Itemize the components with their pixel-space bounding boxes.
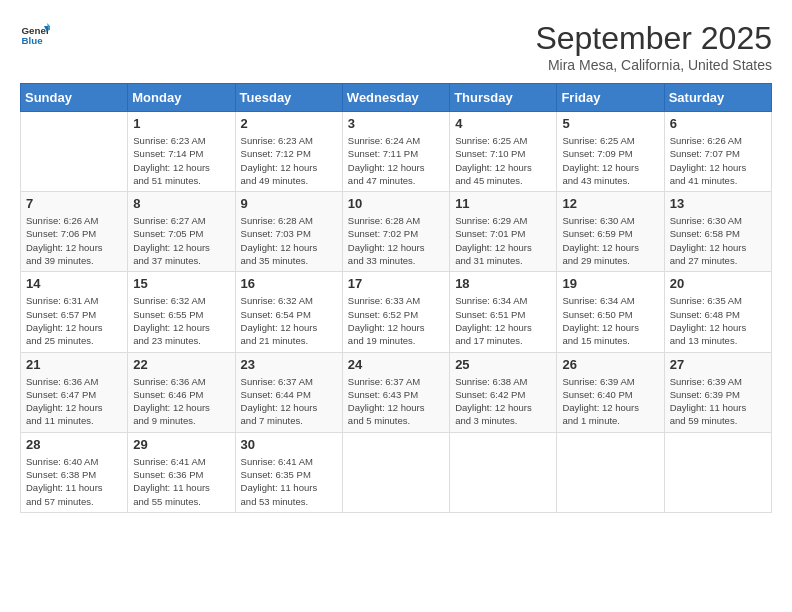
calendar-cell: 15Sunrise: 6:32 AMSunset: 6:55 PMDayligh… (128, 272, 235, 352)
day-info: Sunrise: 6:30 AMSunset: 6:59 PMDaylight:… (562, 214, 658, 267)
day-info: Sunrise: 6:37 AMSunset: 6:43 PMDaylight:… (348, 375, 444, 428)
day-number: 17 (348, 276, 444, 291)
day-info: Sunrise: 6:36 AMSunset: 6:47 PMDaylight:… (26, 375, 122, 428)
calendar-cell: 17Sunrise: 6:33 AMSunset: 6:52 PMDayligh… (342, 272, 449, 352)
day-info: Sunrise: 6:33 AMSunset: 6:52 PMDaylight:… (348, 294, 444, 347)
day-info: Sunrise: 6:39 AMSunset: 6:40 PMDaylight:… (562, 375, 658, 428)
day-number: 25 (455, 357, 551, 372)
calendar-cell: 12Sunrise: 6:30 AMSunset: 6:59 PMDayligh… (557, 192, 664, 272)
calendar-cell: 29Sunrise: 6:41 AMSunset: 6:36 PMDayligh… (128, 432, 235, 512)
weekday-header-tuesday: Tuesday (235, 84, 342, 112)
weekday-header-row: SundayMondayTuesdayWednesdayThursdayFrid… (21, 84, 772, 112)
calendar-cell: 20Sunrise: 6:35 AMSunset: 6:48 PMDayligh… (664, 272, 771, 352)
calendar-week-5: 28Sunrise: 6:40 AMSunset: 6:38 PMDayligh… (21, 432, 772, 512)
calendar-cell: 22Sunrise: 6:36 AMSunset: 6:46 PMDayligh… (128, 352, 235, 432)
day-info: Sunrise: 6:23 AMSunset: 7:14 PMDaylight:… (133, 134, 229, 187)
calendar-cell: 10Sunrise: 6:28 AMSunset: 7:02 PMDayligh… (342, 192, 449, 272)
day-number: 12 (562, 196, 658, 211)
weekday-header-monday: Monday (128, 84, 235, 112)
calendar-cell: 2Sunrise: 6:23 AMSunset: 7:12 PMDaylight… (235, 112, 342, 192)
calendar-cell: 7Sunrise: 6:26 AMSunset: 7:06 PMDaylight… (21, 192, 128, 272)
day-info: Sunrise: 6:31 AMSunset: 6:57 PMDaylight:… (26, 294, 122, 347)
logo-icon: General Blue (20, 20, 50, 50)
calendar-cell: 19Sunrise: 6:34 AMSunset: 6:50 PMDayligh… (557, 272, 664, 352)
calendar-cell: 1Sunrise: 6:23 AMSunset: 7:14 PMDaylight… (128, 112, 235, 192)
day-info: Sunrise: 6:23 AMSunset: 7:12 PMDaylight:… (241, 134, 337, 187)
day-info: Sunrise: 6:38 AMSunset: 6:42 PMDaylight:… (455, 375, 551, 428)
calendar-cell (450, 432, 557, 512)
weekday-header-thursday: Thursday (450, 84, 557, 112)
month-title: September 2025 (535, 20, 772, 57)
day-info: Sunrise: 6:40 AMSunset: 6:38 PMDaylight:… (26, 455, 122, 508)
day-info: Sunrise: 6:41 AMSunset: 6:36 PMDaylight:… (133, 455, 229, 508)
calendar-cell (557, 432, 664, 512)
weekday-header-sunday: Sunday (21, 84, 128, 112)
calendar-cell (342, 432, 449, 512)
day-number: 11 (455, 196, 551, 211)
calendar-cell (664, 432, 771, 512)
calendar-cell: 27Sunrise: 6:39 AMSunset: 6:39 PMDayligh… (664, 352, 771, 432)
day-number: 22 (133, 357, 229, 372)
calendar-cell: 16Sunrise: 6:32 AMSunset: 6:54 PMDayligh… (235, 272, 342, 352)
calendar-cell: 18Sunrise: 6:34 AMSunset: 6:51 PMDayligh… (450, 272, 557, 352)
calendar-week-3: 14Sunrise: 6:31 AMSunset: 6:57 PMDayligh… (21, 272, 772, 352)
day-number: 30 (241, 437, 337, 452)
weekday-header-wednesday: Wednesday (342, 84, 449, 112)
day-info: Sunrise: 6:34 AMSunset: 6:50 PMDaylight:… (562, 294, 658, 347)
day-info: Sunrise: 6:25 AMSunset: 7:09 PMDaylight:… (562, 134, 658, 187)
calendar-week-1: 1Sunrise: 6:23 AMSunset: 7:14 PMDaylight… (21, 112, 772, 192)
calendar-cell: 21Sunrise: 6:36 AMSunset: 6:47 PMDayligh… (21, 352, 128, 432)
day-number: 9 (241, 196, 337, 211)
day-number: 21 (26, 357, 122, 372)
calendar-cell: 3Sunrise: 6:24 AMSunset: 7:11 PMDaylight… (342, 112, 449, 192)
day-info: Sunrise: 6:27 AMSunset: 7:05 PMDaylight:… (133, 214, 229, 267)
calendar-cell: 5Sunrise: 6:25 AMSunset: 7:09 PMDaylight… (557, 112, 664, 192)
day-number: 27 (670, 357, 766, 372)
day-info: Sunrise: 6:24 AMSunset: 7:11 PMDaylight:… (348, 134, 444, 187)
calendar-cell: 13Sunrise: 6:30 AMSunset: 6:58 PMDayligh… (664, 192, 771, 272)
logo: General Blue (20, 20, 50, 50)
title-block: September 2025 Mira Mesa, California, Un… (535, 20, 772, 73)
day-info: Sunrise: 6:41 AMSunset: 6:35 PMDaylight:… (241, 455, 337, 508)
day-number: 16 (241, 276, 337, 291)
day-number: 15 (133, 276, 229, 291)
day-info: Sunrise: 6:26 AMSunset: 7:06 PMDaylight:… (26, 214, 122, 267)
day-number: 2 (241, 116, 337, 131)
day-number: 5 (562, 116, 658, 131)
day-info: Sunrise: 6:35 AMSunset: 6:48 PMDaylight:… (670, 294, 766, 347)
day-number: 18 (455, 276, 551, 291)
calendar-cell: 14Sunrise: 6:31 AMSunset: 6:57 PMDayligh… (21, 272, 128, 352)
calendar-cell (21, 112, 128, 192)
calendar-cell: 6Sunrise: 6:26 AMSunset: 7:07 PMDaylight… (664, 112, 771, 192)
day-info: Sunrise: 6:37 AMSunset: 6:44 PMDaylight:… (241, 375, 337, 428)
svg-text:Blue: Blue (22, 35, 44, 46)
calendar-cell: 28Sunrise: 6:40 AMSunset: 6:38 PMDayligh… (21, 432, 128, 512)
calendar-cell: 24Sunrise: 6:37 AMSunset: 6:43 PMDayligh… (342, 352, 449, 432)
day-info: Sunrise: 6:29 AMSunset: 7:01 PMDaylight:… (455, 214, 551, 267)
day-number: 1 (133, 116, 229, 131)
calendar-table: SundayMondayTuesdayWednesdayThursdayFrid… (20, 83, 772, 513)
day-number: 3 (348, 116, 444, 131)
day-info: Sunrise: 6:30 AMSunset: 6:58 PMDaylight:… (670, 214, 766, 267)
day-number: 7 (26, 196, 122, 211)
location: Mira Mesa, California, United States (535, 57, 772, 73)
day-number: 24 (348, 357, 444, 372)
page-header: General Blue September 2025 Mira Mesa, C… (20, 20, 772, 73)
day-number: 29 (133, 437, 229, 452)
day-number: 23 (241, 357, 337, 372)
day-info: Sunrise: 6:32 AMSunset: 6:55 PMDaylight:… (133, 294, 229, 347)
day-number: 8 (133, 196, 229, 211)
calendar-cell: 8Sunrise: 6:27 AMSunset: 7:05 PMDaylight… (128, 192, 235, 272)
day-number: 10 (348, 196, 444, 211)
calendar-cell: 26Sunrise: 6:39 AMSunset: 6:40 PMDayligh… (557, 352, 664, 432)
day-number: 6 (670, 116, 766, 131)
day-info: Sunrise: 6:26 AMSunset: 7:07 PMDaylight:… (670, 134, 766, 187)
day-number: 26 (562, 357, 658, 372)
weekday-header-saturday: Saturday (664, 84, 771, 112)
day-info: Sunrise: 6:28 AMSunset: 7:03 PMDaylight:… (241, 214, 337, 267)
day-info: Sunrise: 6:39 AMSunset: 6:39 PMDaylight:… (670, 375, 766, 428)
day-number: 4 (455, 116, 551, 131)
calendar-cell: 23Sunrise: 6:37 AMSunset: 6:44 PMDayligh… (235, 352, 342, 432)
calendar-week-2: 7Sunrise: 6:26 AMSunset: 7:06 PMDaylight… (21, 192, 772, 272)
day-info: Sunrise: 6:36 AMSunset: 6:46 PMDaylight:… (133, 375, 229, 428)
